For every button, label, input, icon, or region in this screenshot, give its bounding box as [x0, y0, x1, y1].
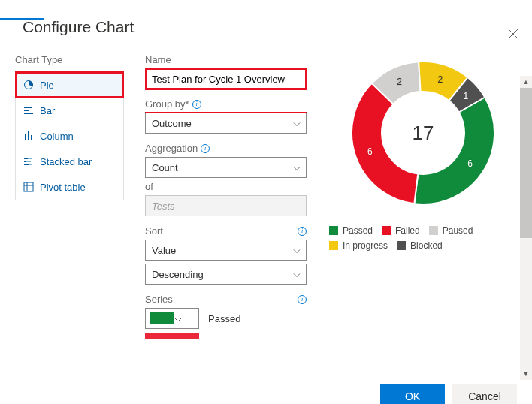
scroll-thumb[interactable] — [520, 88, 532, 238]
chart-preview: 17 66221 — [344, 54, 502, 212]
info-icon[interactable]: i — [298, 227, 307, 236]
series-item-label: Passed — [208, 313, 240, 324]
info-icon[interactable]: i — [192, 100, 201, 109]
name-input[interactable] — [145, 68, 307, 89]
svg-rect-6 — [31, 135, 32, 140]
legend-label: Paused — [443, 225, 473, 236]
svg-rect-2 — [24, 110, 29, 111]
column-icon — [23, 131, 34, 141]
stacked-bar-icon — [23, 156, 34, 167]
legend-item: Failed — [382, 225, 420, 236]
legend-swatch — [382, 226, 391, 235]
name-label: Name — [145, 54, 307, 65]
svg-rect-11 — [24, 164, 29, 165]
sort-direction-select[interactable]: Descending — [145, 264, 307, 285]
legend-item: Blocked — [397, 240, 443, 251]
color-swatch — [150, 312, 174, 324]
legend-label: In progress — [343, 240, 388, 251]
chart-type-label-text: Bar — [40, 105, 55, 116]
chevron-down-icon — [174, 313, 182, 324]
groupby-label: Group by* i — [145, 98, 307, 110]
info-icon[interactable]: i — [201, 144, 210, 153]
chart-type-label: Chart Type — [15, 54, 124, 65]
chart-slice-label: 6 — [467, 158, 473, 169]
chart-type-list: Pie Bar Column — [15, 71, 124, 200]
svg-rect-1 — [24, 107, 32, 108]
aggregation-of-field — [145, 195, 307, 216]
scrollbar[interactable]: ▲ ▼ — [520, 76, 532, 380]
dialog-title: Configure Chart — [23, 18, 517, 36]
chart-type-label-text: Pie — [40, 80, 54, 91]
chart-type-label-text: Pivot table — [40, 182, 86, 193]
svg-rect-5 — [28, 131, 29, 140]
legend-label: Passed — [343, 225, 373, 236]
chart-slice-label: 2 — [397, 77, 402, 87]
svg-rect-10 — [26, 161, 31, 162]
chart-slice — [352, 83, 418, 204]
scroll-up-icon[interactable]: ▲ — [520, 76, 532, 88]
chart-type-pivot-table[interactable]: Pivot table — [16, 174, 123, 200]
cancel-button[interactable]: Cancel — [452, 384, 517, 404]
series-row: Passed — [145, 308, 307, 329]
svg-rect-8 — [28, 158, 32, 159]
svg-rect-13 — [24, 182, 33, 191]
aggregation-label: Aggregation i — [145, 143, 307, 154]
close-icon[interactable] — [508, 29, 518, 42]
svg-rect-12 — [29, 164, 32, 165]
chart-type-stacked-bar[interactable]: Stacked bar — [16, 149, 123, 174]
series-label: Series i — [145, 294, 307, 305]
chart-slice-label: 2 — [437, 74, 443, 85]
chart-type-column[interactable]: Column — [16, 123, 123, 149]
legend-swatch — [429, 226, 438, 235]
chart-total: 17 — [413, 122, 434, 145]
chart-type-bar[interactable]: Bar — [16, 98, 123, 123]
color-swatch — [145, 333, 199, 339]
svg-rect-7 — [24, 158, 28, 159]
sort-field-select[interactable]: Value — [145, 240, 307, 261]
chart-slice-label: 6 — [367, 146, 373, 157]
legend-swatch — [329, 226, 338, 235]
chart-slice — [414, 98, 494, 205]
legend-label: Blocked — [410, 240, 443, 251]
legend-item: Passed — [329, 225, 373, 236]
sort-label: Sort i — [145, 225, 307, 237]
chart-type-pie[interactable]: Pie — [16, 72, 123, 98]
legend-swatch — [397, 241, 406, 250]
groupby-select[interactable]: Outcome — [145, 113, 307, 134]
chart-type-label-text: Column — [40, 131, 74, 142]
of-label: of — [145, 181, 307, 192]
bar-icon — [23, 105, 34, 116]
pie-icon — [23, 80, 34, 90]
chart-type-label-text: Stacked bar — [40, 156, 92, 167]
aggregation-select[interactable]: Count — [145, 157, 307, 178]
svg-rect-9 — [24, 161, 26, 162]
svg-rect-3 — [24, 113, 33, 114]
svg-rect-4 — [25, 134, 26, 140]
scroll-down-icon[interactable]: ▼ — [520, 368, 532, 380]
legend-label: Failed — [395, 225, 420, 236]
info-icon[interactable]: i — [298, 295, 307, 304]
legend-item: Paused — [429, 225, 473, 236]
chart-legend: PassedFailedPausedIn progressBlocked — [329, 225, 517, 251]
chart-slice-label: 1 — [464, 91, 469, 101]
legend-swatch — [329, 241, 338, 250]
ok-button[interactable]: OK — [380, 384, 445, 404]
pivot-table-icon — [23, 182, 34, 192]
series-row — [145, 333, 307, 339]
series-color-select[interactable] — [145, 308, 199, 329]
legend-item: In progress — [329, 240, 388, 251]
